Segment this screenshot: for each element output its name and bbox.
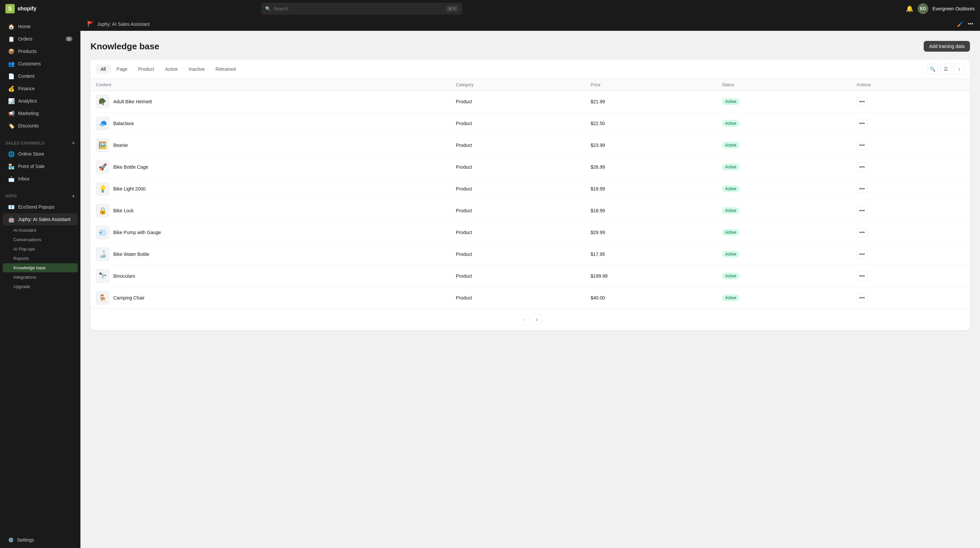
product-thumbnail: 🪑 — [96, 291, 109, 304]
knowledge-base-table-card: All Page Product Active Inactive Retrain… — [91, 60, 970, 330]
sidebar-item-home[interactable]: 🏠 Home — [3, 21, 78, 32]
status-badge: Active — [722, 120, 740, 127]
shopify-wordmark: shopify — [18, 6, 37, 12]
tab-inactive[interactable]: Inactive — [184, 64, 210, 74]
content-icon: 📄 — [8, 73, 15, 80]
col-price: Price — [585, 79, 717, 91]
sidebar-item-customers[interactable]: 👥 Customers — [3, 58, 78, 70]
sidebar-item-ecosend[interactable]: 📧 EcoSend Popups — [3, 201, 78, 213]
cell-category: Product — [450, 287, 585, 309]
cell-price: $26.99 — [585, 156, 717, 178]
tab-retrained[interactable]: Retrained — [211, 64, 241, 74]
tab-page[interactable]: Page — [112, 64, 132, 74]
table-row: 🚀 Bike Bottle Cage Product $26.99 Active… — [91, 156, 970, 178]
sidebar-item-point-of-sale[interactable]: 🏪 Point of Sale — [3, 160, 78, 172]
sidebar-sub-item-integrations[interactable]: Integrations — [3, 272, 78, 282]
cell-content: 🖼️ Beanie — [91, 134, 450, 156]
search-bar[interactable]: 🔍 ⌘ K — [261, 3, 462, 15]
cell-actions: ••• — [851, 287, 970, 309]
cell-status: Active — [717, 178, 851, 200]
sidebar-item-discounts[interactable]: 🏷️ Discounts — [3, 120, 78, 132]
table-row: 🔒 Bike Lock Product $18.99 Active ••• — [91, 200, 970, 222]
sidebar-sales-channels-section: Sales channels + 🌐 Online Store 🏪 Point … — [0, 135, 80, 188]
bell-icon[interactable]: 🔔 — [905, 5, 914, 13]
sidebar-sub-item-conversations[interactable]: Conversations — [3, 235, 78, 244]
status-badge: Active — [722, 142, 740, 148]
row-actions-button[interactable]: ••• — [857, 250, 867, 259]
tab-product[interactable]: Product — [134, 64, 159, 74]
sidebar-settings-item[interactable]: ⚙️ Settings — [3, 535, 78, 545]
next-page-button[interactable]: › — [531, 314, 542, 325]
sidebar-sub-item-reports[interactable]: Reports — [3, 254, 78, 263]
search-filter-button[interactable]: 🔍 — [927, 64, 938, 75]
sidebar-sub-item-ai-pop-ups[interactable]: AI Pop-ups — [3, 244, 78, 253]
table-row: 💡 Bike Light 2000 Product $19.99 Active … — [91, 178, 970, 200]
search-input[interactable] — [274, 6, 444, 11]
row-actions-button[interactable]: ••• — [857, 293, 867, 303]
sort-button[interactable]: ↕ — [954, 64, 964, 75]
sidebar-item-products[interactable]: 📦 Products — [3, 45, 78, 57]
cell-price: $40.00 — [585, 287, 717, 309]
sidebar-sub-item-upgrade[interactable]: Upgrade — [3, 282, 78, 291]
product-thumbnail: 🍶 — [96, 247, 109, 261]
add-training-data-button[interactable]: Add training data — [924, 41, 970, 52]
ecosend-icon: 📧 — [8, 204, 15, 210]
sidebar-item-marketing[interactable]: 📢 Marketing — [3, 107, 78, 119]
table-row: 🔭 Binoculars Product $199.99 Active ••• — [91, 265, 970, 287]
add-sales-channel-icon[interactable]: + — [72, 140, 75, 146]
inbox-icon: 📩 — [8, 175, 15, 182]
row-actions-button[interactable]: ••• — [857, 97, 867, 106]
avatar[interactable]: EO — [918, 3, 928, 14]
pagination: ‹ › — [91, 309, 970, 330]
sidebar-sub-item-ai-assistant[interactable]: AI Assistant — [3, 226, 78, 235]
prev-page-button[interactable]: ‹ — [518, 314, 529, 325]
settings-label: Settings — [17, 537, 34, 543]
sidebar-item-finance[interactable]: 💰 Finance — [3, 83, 78, 95]
sidebar-item-label: Finance — [18, 86, 35, 91]
filter-button[interactable]: ☰ — [940, 64, 951, 75]
cell-price: $17.95 — [585, 244, 717, 265]
product-name: Binoculars — [113, 273, 135, 279]
row-actions-button[interactable]: ••• — [857, 206, 867, 215]
row-actions-button[interactable]: ••• — [857, 184, 867, 193]
cell-category: Product — [450, 222, 585, 244]
cell-category: Product — [450, 91, 585, 113]
cell-actions: ••• — [851, 156, 970, 178]
status-badge: Active — [722, 164, 740, 170]
row-actions-button[interactable]: ••• — [857, 119, 867, 128]
sidebar-item-inbox[interactable]: 📩 Inbox — [3, 173, 78, 185]
sidebar-item-label: Marketing — [18, 111, 38, 116]
sidebar-item-analytics[interactable]: 📊 Analytics — [3, 95, 78, 107]
product-thumbnail: 🔭 — [96, 269, 109, 283]
sidebar-sub-item-knowledge-base[interactable]: Knowledge base — [3, 263, 78, 272]
main-layout: 🏠 Home 📋 Orders 5 📦 Products 👥 Customers… — [0, 18, 980, 548]
brush-icon[interactable]: 🖌️ — [957, 21, 964, 27]
table-row: 🧢 Balaclava Product $22.50 Active ••• — [91, 113, 970, 134]
tab-all[interactable]: All — [96, 64, 111, 74]
pos-icon: 🏪 — [8, 163, 15, 170]
topbar-right: 🔔 EO Evergreen Outdoors — [905, 3, 975, 14]
shopify-logo-icon: S — [5, 4, 15, 13]
breadcrumb-actions: 🖌️ ••• — [957, 21, 973, 27]
sidebar-bottom: ⚙️ Settings — [0, 532, 80, 548]
sidebar-item-label: Juphy: AI Sales Assistant — [18, 217, 70, 222]
page-content: Knowledge base Add training data All Pag… — [80, 31, 980, 548]
tab-active[interactable]: Active — [161, 64, 183, 74]
shopify-logo: S shopify — [5, 4, 37, 13]
sidebar-item-content[interactable]: 📄 Content — [3, 70, 78, 82]
page-title: Knowledge base — [91, 41, 159, 52]
more-icon[interactable]: ••• — [967, 21, 973, 27]
sidebar: 🏠 Home 📋 Orders 5 📦 Products 👥 Customers… — [0, 18, 80, 548]
row-actions-button[interactable]: ••• — [857, 271, 867, 281]
sidebar-item-online-store[interactable]: 🌐 Online Store — [3, 148, 78, 160]
row-actions-button[interactable]: ••• — [857, 162, 867, 172]
sub-item-label: Conversations — [13, 237, 41, 242]
add-app-icon[interactable]: + — [72, 193, 75, 199]
row-actions-button[interactable]: ••• — [857, 228, 867, 237]
row-actions-button[interactable]: ••• — [857, 140, 867, 150]
sidebar-item-juphy[interactable]: 🤖 Juphy: AI Sales Assistant — [3, 213, 78, 225]
status-badge: Active — [722, 272, 740, 279]
table-row: 🪑 Camping Chair Product $40.00 Active ••… — [91, 287, 970, 309]
sidebar-item-orders[interactable]: 📋 Orders 5 — [3, 33, 78, 45]
cell-category: Product — [450, 178, 585, 200]
